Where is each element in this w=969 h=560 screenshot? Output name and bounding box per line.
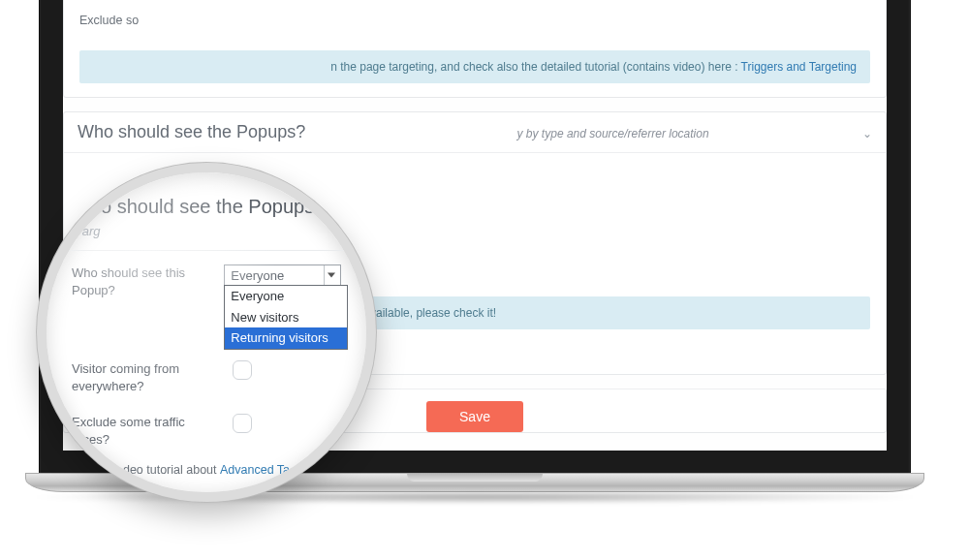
where-tip-text: n the page targeting, and check also the… [330, 60, 740, 74]
lens-title: Who should see the Popups? Targ [72, 196, 341, 240]
checkbox-exclude-traffic[interactable] [233, 414, 252, 433]
panel-where: Where to show the Popups? locations wher… [63, 0, 887, 98]
row-exclude-cut: Exclude so [79, 14, 870, 27]
magnifier-lens: Who should see the Popups? Targ Who shou… [37, 163, 376, 502]
lens-row-who: Who should see this Popup? Everyone Ever… [72, 264, 341, 318]
where-tip-strip: n the page targeting, and check also the… [79, 50, 870, 83]
chevron-down-icon[interactable]: ⌄ [862, 127, 872, 140]
option-returning-visitors[interactable]: Returning visitors [225, 327, 347, 349]
panel-who-header[interactable]: Who should see the Popups? y by type and… [64, 112, 886, 153]
save-button[interactable]: Save [426, 401, 523, 432]
select-who-dropdown: Everyone New visitors Returning visitors [224, 285, 348, 350]
triggers-targeting-link[interactable]: Triggers and Targeting [741, 60, 857, 74]
checkbox-everywhere[interactable] [233, 360, 252, 380]
label-exclude-traffic: Exclude some traffic urces? [72, 414, 217, 448]
label-exclude-fragment: Exclude so [79, 14, 244, 27]
label-who: Who should see this Popup? [72, 264, 208, 298]
panel-where-body: Show on all pages? Exclude so [64, 0, 886, 50]
panel-who-sub: y by type and source/referrer location [313, 127, 855, 140]
panel-who-title: Who should see the Popups? [78, 122, 305, 142]
option-new-visitors[interactable]: New visitors [225, 307, 347, 328]
select-who[interactable]: Everyone Everyone New visitors Returning… [224, 264, 341, 286]
select-who-box[interactable]: Everyone [224, 264, 341, 286]
advanced-targeting-link[interactable]: Advanced Ta [220, 463, 290, 477]
label-everywhere: Visitor coming from everywhere? [72, 360, 217, 394]
option-everyone[interactable]: Everyone [225, 286, 347, 307]
